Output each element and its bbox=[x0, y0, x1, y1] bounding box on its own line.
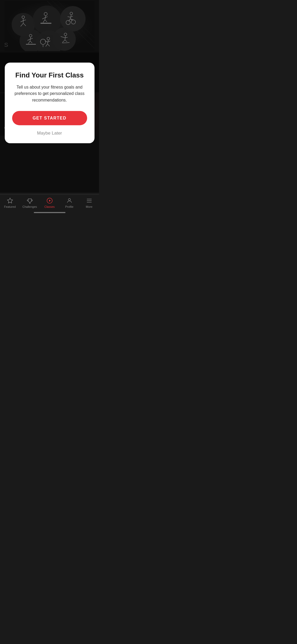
content-area: S Y Cardio PELOT... Find Your First Clas… bbox=[0, 0, 99, 193]
classes-bottom-label: Classes bbox=[44, 205, 55, 208]
bottom-nav-featured[interactable]: Featured bbox=[0, 197, 20, 208]
more-label: More bbox=[86, 205, 92, 208]
maybe-later-button[interactable]: Maybe Later bbox=[37, 131, 62, 136]
svg-marker-73 bbox=[7, 198, 13, 203]
bottom-nav: Featured Challenges Classes bbox=[0, 194, 99, 215]
bottom-nav-profile[interactable]: Profile bbox=[59, 197, 79, 208]
find-first-class-modal: Find Your First Class Tell us about your… bbox=[5, 62, 95, 143]
svg-marker-77 bbox=[49, 200, 51, 202]
bottom-nav-challenges[interactable]: Challenges bbox=[20, 197, 40, 208]
home-indicator bbox=[34, 212, 65, 213]
profile-icon bbox=[66, 197, 73, 204]
bottom-nav-more[interactable]: More bbox=[79, 197, 99, 208]
profile-label: Profile bbox=[65, 205, 73, 208]
modal-title: Find Your First Class bbox=[12, 71, 87, 79]
featured-label: Featured bbox=[4, 205, 16, 208]
classes-bottom-icon bbox=[46, 197, 53, 204]
modal-description: Tell us about your fitness goals and pre… bbox=[12, 84, 87, 103]
challenges-label: Challenges bbox=[22, 205, 37, 208]
get-started-button[interactable]: GET STARTED bbox=[12, 111, 87, 125]
bottom-nav-classes[interactable]: Classes bbox=[40, 197, 59, 208]
svg-point-78 bbox=[68, 199, 70, 201]
more-icon bbox=[86, 197, 93, 204]
featured-icon bbox=[7, 197, 13, 204]
challenges-icon bbox=[26, 197, 33, 204]
